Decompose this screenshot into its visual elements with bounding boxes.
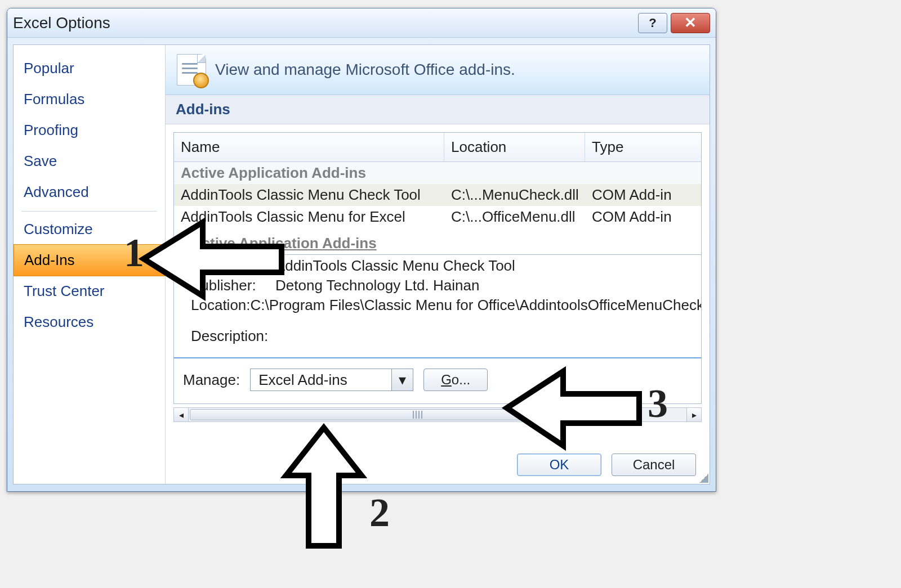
go-button[interactable]: Go... (423, 369, 488, 391)
addin-loc-cell: C:\...OfficeMenu.dll (444, 207, 585, 227)
dialog-body: Popular Formulas Proofing Save Advanced … (13, 44, 710, 484)
scroll-left-button[interactable]: ◂ (174, 408, 189, 421)
sidebar-item-label: Add-Ins (24, 252, 75, 268)
dialog-buttons: OK Cancel (517, 454, 696, 476)
sidebar-item-proofing[interactable]: Proofing (14, 115, 165, 146)
detail-addin-label: Add-in: (191, 256, 275, 276)
chevron-down-icon: ▾ (399, 371, 406, 389)
addins-page-icon (177, 54, 206, 86)
manage-label: Manage: (183, 371, 240, 389)
excel-options-dialog: Excel Options ? ✕ Popular Formulas Proof… (7, 8, 716, 492)
addin-row[interactable]: AddinTools Classic Menu Check Tool C:\..… (174, 184, 701, 206)
addin-type-cell: COM Add-in (585, 185, 701, 205)
addin-name-cell: AddinTools Classic Menu Check Tool (174, 185, 444, 205)
addin-details: Add-in:AddinTools Classic Menu Check Too… (173, 255, 702, 357)
section-label-addins: Add-ins (166, 95, 710, 124)
detail-publisher-value: Detong Technology Ltd. Hainan (275, 276, 479, 295)
sidebar-item-label: Formulas (24, 91, 84, 107)
addins-list: Name Location Type Active Application Ad… (173, 132, 702, 255)
addins-list-header: Name Location Type (174, 133, 701, 162)
annotation-2: 2 (369, 490, 390, 536)
main-panel: View and manage Microsoft Office add-ins… (166, 45, 710, 484)
col-header-type[interactable]: Type (585, 133, 701, 161)
sidebar-item-label: Popular (24, 60, 74, 77)
addin-name-cell: AddinTools Classic Menu for Excel (174, 207, 444, 227)
annotation-3: 3 (648, 380, 668, 427)
close-button[interactable]: ✕ (671, 13, 710, 33)
horizontal-scrollbar[interactable]: ◂ ▸ (173, 407, 702, 422)
titlebar: Excel Options ? ✕ (7, 8, 716, 38)
addin-loc-cell: C:\...MenuCheck.dll (444, 185, 585, 205)
resize-grip-icon[interactable] (697, 472, 708, 483)
manage-dropdown[interactable]: Excel Add-ins ▾ (250, 369, 413, 391)
group-inactive-addins: Inactive Application Add-ins (174, 228, 701, 254)
close-icon: ✕ (684, 14, 697, 32)
help-icon: ? (649, 16, 656, 30)
dropdown-toggle[interactable]: ▾ (391, 369, 413, 390)
sidebar-item-popular[interactable]: Popular (14, 53, 165, 84)
help-button[interactable]: ? (638, 13, 667, 33)
addin-row[interactable]: AddinTools Classic Menu for Excel C:\...… (174, 206, 701, 228)
sidebar-item-label: Customize (24, 221, 93, 237)
sidebar-item-label: Proofing (24, 122, 78, 138)
ok-button-label: OK (550, 457, 569, 473)
title-controls: ? ✕ (638, 13, 710, 33)
detail-publisher-label: Publisher: (191, 276, 275, 295)
sidebar-item-advanced[interactable]: Advanced (14, 177, 165, 208)
window-title: Excel Options (13, 14, 110, 32)
detail-location-label: Location: (191, 295, 251, 315)
sidebar-item-save[interactable]: Save (14, 146, 165, 177)
manage-bar: Manage: Excel Add-ins ▾ Go... (173, 357, 702, 404)
sidebar-item-label: Save (24, 152, 57, 169)
col-header-name[interactable]: Name (174, 133, 444, 161)
sidebar-item-trust-center[interactable]: Trust Center (14, 276, 165, 307)
scroll-right-button[interactable]: ▸ (686, 408, 701, 421)
detail-addin-value: AddinTools Classic Menu Check Tool (275, 256, 515, 276)
manage-dropdown-value: Excel Add-ins (251, 369, 391, 390)
main-header: View and manage Microsoft Office add-ins… (166, 45, 710, 95)
group-active-addins: Active Application Add-ins (174, 162, 701, 184)
sidebar-item-resources[interactable]: Resources (14, 307, 165, 338)
ok-button[interactable]: OK (517, 454, 601, 476)
scroll-thumb[interactable] (189, 408, 686, 421)
detail-location-value: C:\Program Files\Classic Menu for Office… (251, 295, 702, 315)
sidebar-item-label: Resources (24, 313, 93, 330)
cancel-button-label: Cancel (633, 457, 675, 473)
detail-description-label: Description: (191, 326, 275, 346)
addin-type-cell: COM Add-in (585, 207, 701, 227)
gear-icon (193, 73, 209, 88)
sidebar-item-label: Advanced (24, 183, 89, 200)
main-header-caption: View and manage Microsoft Office add-ins… (215, 61, 515, 79)
cancel-button[interactable]: Cancel (612, 454, 696, 476)
sidebar-item-label: Trust Center (24, 282, 105, 299)
sidebar-item-formulas[interactable]: Formulas (14, 84, 165, 115)
go-button-label: Go... (441, 372, 470, 388)
annotation-1: 1 (124, 230, 144, 276)
col-header-location[interactable]: Location (444, 133, 585, 161)
sidebar-divider (21, 211, 157, 212)
